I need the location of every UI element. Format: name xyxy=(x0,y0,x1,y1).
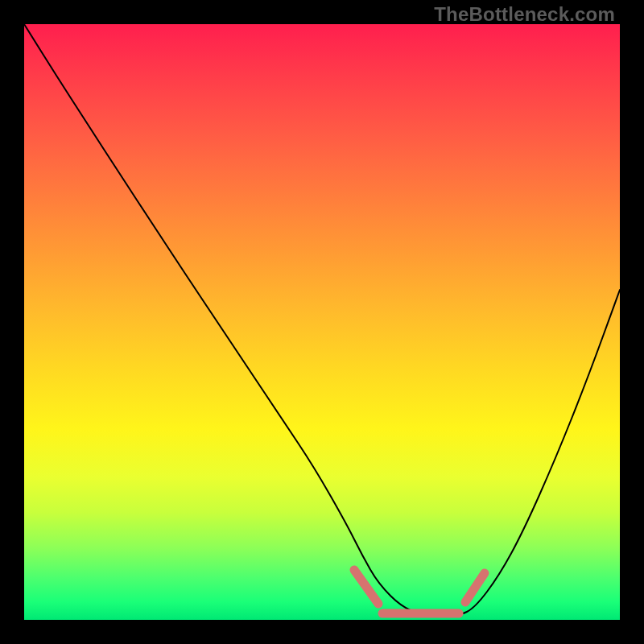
chart-canvas: TheBottleneck.com xyxy=(0,0,644,644)
highlight-left-tip xyxy=(354,570,378,604)
curve-overlay xyxy=(24,24,620,620)
bottleneck-curve xyxy=(24,24,620,617)
watermark-text: TheBottleneck.com xyxy=(434,3,615,26)
